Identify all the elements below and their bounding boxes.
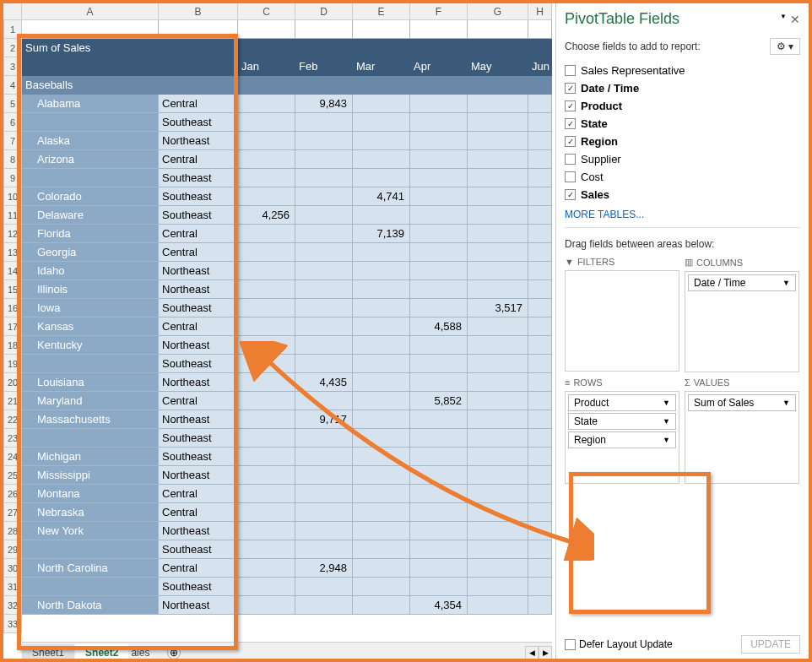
filter-icon: ▼ (565, 257, 574, 267)
tab-sheet1[interactable]: Sheet1 (22, 644, 74, 661)
checkbox-icon: ✓ (565, 83, 576, 94)
columns-icon: ▥ (685, 257, 693, 268)
row-7[interactable]: 7 (3, 132, 22, 150)
chevron-down-icon: ▼ (782, 399, 790, 407)
tab-scroll: ◀ ▶ (525, 646, 552, 659)
field-state[interactable]: ✓State (565, 115, 800, 133)
tab-partial[interactable]: ales (129, 644, 160, 661)
row-24[interactable]: 24 (3, 448, 22, 466)
pill-region[interactable]: Region▼ (568, 431, 676, 448)
add-sheet-button[interactable]: ⊕ (167, 646, 181, 659)
row-15[interactable]: 15 (3, 280, 22, 299)
row-31[interactable]: 31 (3, 578, 22, 596)
row-5[interactable]: 5 (3, 95, 22, 113)
row-13[interactable]: 13 (3, 243, 22, 262)
row-2[interactable]: 2 (3, 39, 22, 57)
col-F[interactable]: F (410, 3, 468, 19)
sheet-tabs: Sheet1 Sheet2 ales ⊕ ◀ ▶ (22, 642, 552, 662)
row-8[interactable]: 8 (3, 150, 22, 169)
field-supplier[interactable]: Supplier (565, 150, 800, 168)
values-area[interactable]: ΣVALUES Sum of Sales▼ (685, 377, 799, 484)
pivottable-fields-pane: PivotTable Fields ▼ ✕ Choose fields to a… (555, 3, 809, 659)
row-23[interactable]: 23 (3, 429, 22, 448)
row-28[interactable]: 28 (3, 522, 22, 540)
checkbox-icon: ✓ (565, 100, 576, 111)
row-29[interactable]: 29 (3, 540, 22, 559)
col-G[interactable]: G (468, 3, 528, 19)
row-22[interactable]: 22 (3, 410, 22, 429)
chevron-down-icon: ▼ (782, 279, 790, 287)
checkbox-icon (565, 171, 576, 182)
col-C[interactable]: C (238, 3, 295, 19)
rows-icon: ≡ (565, 377, 570, 388)
row-16[interactable]: 16 (3, 299, 22, 317)
row-headers: 1234567891011121314151617181920212223242… (3, 20, 22, 633)
filters-area[interactable]: ▼FILTERS (565, 257, 679, 372)
row-12[interactable]: 12 (3, 225, 22, 243)
row-32[interactable]: 32 (3, 596, 22, 615)
row-11[interactable]: 11 (3, 206, 22, 225)
values-icon: Σ (685, 377, 690, 388)
row-1[interactable]: 1 (3, 20, 22, 39)
field-product[interactable]: ✓Product (565, 97, 800, 115)
pill-product[interactable]: Product▼ (568, 394, 676, 411)
row-18[interactable]: 18 (3, 336, 22, 355)
pill-date-time[interactable]: Date / Time▼ (688, 274, 796, 291)
col-A[interactable]: A (22, 3, 159, 19)
checkbox-icon (565, 154, 576, 165)
row-3[interactable]: 3 (3, 57, 22, 76)
row-21[interactable]: 21 (3, 392, 22, 410)
drag-hint: Drag fields between areas below: (565, 238, 800, 250)
more-tables-link[interactable]: MORE TABLES... (565, 209, 800, 220)
row-26[interactable]: 26 (3, 485, 22, 503)
row-4[interactable]: 4 (3, 76, 22, 95)
checkbox-icon: ✓ (565, 189, 576, 200)
row-10[interactable]: 10 (3, 187, 22, 206)
cell-area[interactable]: Sum of SalesJanFebMarAprMayJunBaseballsA… (22, 20, 552, 615)
row-20[interactable]: 20 (3, 373, 22, 392)
spreadsheet-grid[interactable]: A B C D E F G H 123456789101112131415161… (3, 3, 552, 662)
row-9[interactable]: 9 (3, 169, 22, 187)
pane-menu-icon[interactable]: ▼ (780, 13, 787, 26)
checkbox-icon: ✓ (565, 118, 576, 129)
rows-area[interactable]: ≡ROWS Product▼State▼Region▼ (565, 377, 679, 484)
defer-checkbox[interactable]: Defer Layout Update (565, 638, 673, 650)
checkbox-icon (565, 65, 576, 76)
row-6[interactable]: 6 (3, 113, 22, 132)
update-button[interactable]: UPDATE (741, 635, 800, 654)
field-list: Sales Representative✓Date / Time✓Product… (565, 62, 800, 228)
col-D[interactable]: D (295, 3, 353, 19)
row-30[interactable]: 30 (3, 559, 22, 578)
field-sales[interactable]: ✓Sales (565, 186, 800, 203)
row-33[interactable]: 33 (3, 615, 22, 633)
row-27[interactable]: 27 (3, 503, 22, 522)
row-14[interactable]: 14 (3, 262, 22, 280)
chevron-down-icon: ▼ (663, 399, 670, 407)
field-sales-representative[interactable]: Sales Representative (565, 62, 800, 79)
row-19[interactable]: 19 (3, 355, 22, 373)
scroll-right-icon[interactable]: ▶ (539, 646, 552, 659)
col-E[interactable]: E (353, 3, 410, 19)
row-25[interactable]: 25 (3, 466, 22, 485)
field-region[interactable]: ✓Region (565, 133, 800, 150)
chevron-down-icon: ▼ (663, 417, 670, 426)
gear-icon[interactable]: ⚙ ▾ (770, 38, 800, 55)
field-date-time[interactable]: ✓Date / Time (565, 79, 800, 97)
pane-title: PivotTable Fields (565, 10, 679, 28)
row-17[interactable]: 17 (3, 317, 22, 336)
columns-area[interactable]: ▥COLUMNS Date / Time▼ (685, 257, 799, 372)
pane-subtitle: Choose fields to add to report: (565, 41, 701, 52)
scroll-left-icon[interactable]: ◀ (525, 646, 539, 659)
col-H[interactable]: H (528, 3, 552, 19)
tab-sheet2[interactable]: Sheet2 (75, 644, 128, 661)
chevron-down-icon: ▼ (663, 436, 670, 444)
column-headers: A B C D E F G H (3, 3, 552, 20)
pill-state[interactable]: State▼ (568, 413, 676, 430)
col-B[interactable]: B (159, 3, 238, 19)
close-icon[interactable]: ✕ (790, 13, 800, 26)
field-cost[interactable]: Cost (565, 168, 800, 186)
pill-sum-of-sales[interactable]: Sum of Sales▼ (688, 394, 796, 411)
checkbox-icon: ✓ (565, 136, 576, 147)
